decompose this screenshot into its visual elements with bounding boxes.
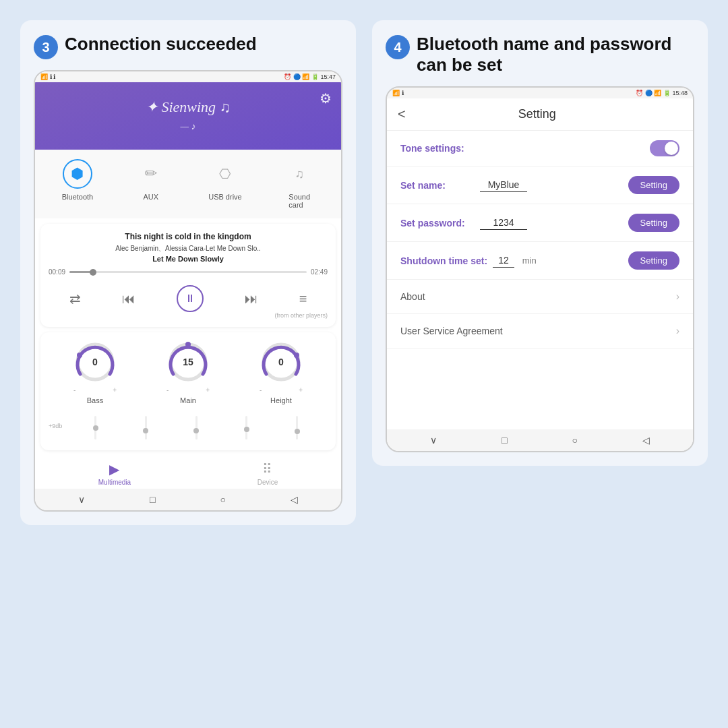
svg-point-3: [185, 342, 191, 347]
tone-toggle[interactable]: [650, 140, 679, 156]
device-label: Device: [257, 479, 278, 486]
source-usb[interactable]: ⎔ USB drive: [208, 159, 242, 209]
source-bluetooth[interactable]: ⬢ Bluetooth: [62, 159, 93, 209]
set-password-row: Set password: 1234 Setting: [387, 204, 693, 242]
right-nav-circle[interactable]: ○: [572, 435, 578, 446]
eq-bar-1[interactable]: [94, 416, 96, 439]
settings-title: Setting: [414, 107, 661, 121]
settings-top-bar: < Setting: [387, 98, 693, 131]
set-password-button[interactable]: Setting: [628, 214, 679, 232]
height-label: Height: [270, 396, 292, 404]
service-agreement-row[interactable]: User Service Agreement ›: [387, 314, 693, 348]
eq-bar-2[interactable]: [145, 416, 147, 439]
right-panel-title: Bluetooth name and password can be set: [417, 34, 694, 75]
source-bluetooth-label: Bluetooth: [62, 193, 93, 201]
right-status-right: ⏰ 🔵 📶 🔋 15:48: [636, 90, 688, 96]
eq-bar-5[interactable]: [296, 416, 298, 439]
right-status-bar: 📶 ℹ ⏰ 🔵 📶 🔋 15:48: [387, 88, 693, 98]
play-pause-button[interactable]: ⏸: [177, 285, 204, 312]
multimedia-label: Multimedia: [98, 479, 131, 486]
source-usb-label: USB drive: [208, 193, 242, 201]
eq-bar-3[interactable]: [195, 416, 198, 439]
bass-label: Bass: [87, 396, 103, 404]
main-container: 3 Connection succeeded 📶 ℹ ℹ ⏰ 🔵 📶 🔋 15:…: [0, 0, 728, 728]
usb-icon: ⎔: [210, 159, 240, 189]
bluetooth-icon: ⬢: [63, 159, 92, 189]
about-chevron: ›: [676, 291, 679, 303]
about-label: About: [400, 291, 676, 302]
prev-button[interactable]: ⏮: [122, 291, 135, 307]
brand-logo: ✦ Sienwing ♫ — ♪: [146, 98, 231, 133]
shuffle-button[interactable]: ⇄: [69, 291, 81, 307]
left-panel-header: 3 Connection succeeded: [34, 34, 342, 59]
track-name: Let Me Down Slowly: [49, 255, 328, 263]
device-icon: ⠿: [262, 461, 272, 477]
set-password-value[interactable]: 1234: [480, 216, 527, 230]
nav-back-chevron[interactable]: ∨: [78, 494, 85, 505]
shutdown-value[interactable]: 12: [493, 253, 514, 268]
back-button[interactable]: <: [398, 107, 406, 122]
right-nav-back-chevron[interactable]: ∨: [430, 435, 437, 446]
set-password-label: Set password:: [400, 218, 475, 229]
bass-value: 0: [92, 357, 98, 367]
set-name-value[interactable]: MyBlue: [480, 178, 527, 192]
time-total: 02:49: [311, 268, 328, 276]
progress-bar[interactable]: [69, 271, 307, 273]
service-agreement-chevron: ›: [676, 325, 679, 337]
left-panel: 3 Connection succeeded 📶 ℹ ℹ ⏰ 🔵 📶 🔋 15:…: [20, 20, 356, 525]
eq-bars-row: +9db: [49, 410, 328, 442]
nav-circle[interactable]: ○: [220, 494, 226, 505]
source-soundcard[interactable]: ♫ Soundcard: [284, 159, 314, 209]
from-others-label: (from other players): [49, 312, 328, 319]
height-minmax: -+: [260, 386, 303, 394]
app-header: ✦ Sienwing ♫ — ♪ ⚙: [35, 82, 341, 150]
progress-row: 00:09 02:49: [49, 268, 328, 276]
svg-point-5: [294, 353, 299, 358]
set-name-row: Set name: MyBlue Setting: [387, 166, 693, 204]
set-name-button[interactable]: Setting: [628, 176, 679, 194]
svg-point-1: [77, 353, 82, 358]
bass-knob: 0 -+ Bass: [73, 340, 117, 404]
right-nav-triangle[interactable]: ◁: [642, 435, 650, 446]
nav-square[interactable]: □: [150, 494, 155, 505]
bottom-nav: ▶ Multimedia ⠿ Device: [35, 456, 341, 489]
soundcard-icon: ♫: [284, 159, 314, 189]
nav-multimedia[interactable]: ▶ Multimedia: [98, 461, 131, 486]
height-value: 0: [278, 357, 284, 367]
aux-icon: ✎: [130, 153, 172, 195]
nav-triangle[interactable]: ◁: [291, 494, 298, 505]
bass-knob-circle[interactable]: 0: [73, 340, 117, 384]
eq-knobs: 0 -+ Bass 15: [49, 340, 328, 404]
nav-device[interactable]: ⠿ Device: [257, 461, 278, 486]
next-button[interactable]: ⏭: [245, 291, 258, 307]
height-knob-circle[interactable]: 0: [260, 340, 303, 384]
header-settings-icon[interactable]: ⚙: [320, 90, 332, 107]
tone-settings-label: Tone settings:: [400, 143, 475, 154]
right-nav-square[interactable]: □: [502, 435, 507, 446]
main-minmax: -+: [166, 386, 210, 394]
right-status-left: 📶 ℹ: [392, 90, 404, 96]
queue-button[interactable]: ≡: [299, 291, 307, 307]
left-phone: 📶 ℹ ℹ ⏰ 🔵 📶 🔋 15:47 ✦ Sienwing ♫ — ♪ ⚙ ⬢…: [34, 70, 342, 512]
multimedia-icon: ▶: [109, 461, 119, 477]
tone-settings-row: Tone settings:: [387, 131, 693, 166]
left-status-bar: 📶 ℹ ℹ ⏰ 🔵 📶 🔋 15:47: [35, 71, 341, 82]
now-playing-card: This night is cold in the kingdom Alec B…: [40, 224, 336, 327]
shutdown-unit: min: [522, 255, 537, 266]
about-row[interactable]: About ›: [387, 280, 693, 314]
controls-row: ⇄ ⏮ ⏸ ⏭ ≡: [49, 282, 328, 315]
step-badge-4: 4: [386, 35, 410, 59]
right-phone: 📶 ℹ ⏰ 🔵 📶 🔋 15:48 < Setting Tone setting…: [386, 86, 694, 452]
track-title: This night is cold in the kingdom: [49, 232, 328, 241]
shutdown-button[interactable]: Setting: [628, 251, 679, 270]
shutdown-time-row: Shutdown time set: 12 min Setting: [387, 242, 693, 280]
left-panel-title: Connection succeeded: [65, 34, 257, 55]
set-name-label: Set name:: [400, 180, 475, 191]
android-nav-right: ∨ □ ○ ◁: [387, 429, 693, 451]
status-right: ⏰ 🔵 📶 🔋 15:47: [284, 73, 336, 80]
source-aux[interactable]: ✎ AUX: [136, 159, 166, 209]
bass-minmax: -+: [73, 386, 117, 394]
eq-bar-4[interactable]: [245, 416, 247, 439]
main-knob-circle[interactable]: 15: [166, 340, 210, 384]
status-left: 📶 ℹ ℹ: [40, 73, 55, 80]
